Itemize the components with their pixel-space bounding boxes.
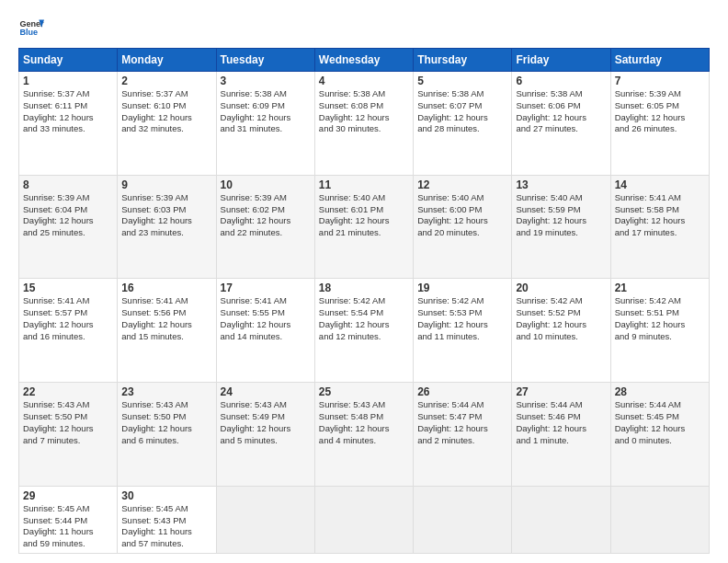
calendar-cell: 19Sunrise: 5:42 AM Sunset: 5:53 PM Dayli… bbox=[414, 279, 512, 383]
logo: General Blue bbox=[18, 15, 44, 40]
day-info: Sunrise: 5:40 AM Sunset: 6:01 PM Dayligh… bbox=[319, 192, 409, 239]
day-info: Sunrise: 5:38 AM Sunset: 6:06 PM Dayligh… bbox=[516, 88, 606, 135]
calendar-cell: 26Sunrise: 5:44 AM Sunset: 5:47 PM Dayli… bbox=[414, 383, 512, 487]
day-number: 29 bbox=[23, 489, 113, 502]
day-info: Sunrise: 5:44 AM Sunset: 5:46 PM Dayligh… bbox=[516, 399, 606, 446]
day-info: Sunrise: 5:42 AM Sunset: 5:54 PM Dayligh… bbox=[319, 295, 409, 342]
day-number: 8 bbox=[23, 178, 113, 191]
day-info: Sunrise: 5:43 AM Sunset: 5:50 PM Dayligh… bbox=[23, 399, 113, 446]
calendar-cell: 4Sunrise: 5:38 AM Sunset: 6:08 PM Daylig… bbox=[314, 72, 413, 176]
day-number: 24 bbox=[221, 385, 311, 398]
day-info: Sunrise: 5:42 AM Sunset: 5:52 PM Dayligh… bbox=[516, 295, 606, 342]
day-info: Sunrise: 5:45 AM Sunset: 5:44 PM Dayligh… bbox=[23, 503, 113, 550]
day-info: Sunrise: 5:39 AM Sunset: 6:04 PM Dayligh… bbox=[23, 192, 113, 239]
day-number: 30 bbox=[121, 489, 211, 502]
day-info: Sunrise: 5:44 AM Sunset: 5:45 PM Dayligh… bbox=[615, 399, 705, 446]
day-number: 26 bbox=[417, 385, 507, 398]
weekday-header: Thursday bbox=[414, 49, 512, 72]
day-number: 10 bbox=[221, 178, 311, 191]
calendar-cell: 16Sunrise: 5:41 AM Sunset: 5:56 PM Dayli… bbox=[118, 279, 216, 383]
calendar-cell: 15Sunrise: 5:41 AM Sunset: 5:57 PM Dayli… bbox=[19, 279, 118, 383]
weekday-header: Friday bbox=[512, 49, 610, 72]
calendar-cell: 20Sunrise: 5:42 AM Sunset: 5:52 PM Dayli… bbox=[512, 279, 610, 383]
day-info: Sunrise: 5:43 AM Sunset: 5:49 PM Dayligh… bbox=[221, 399, 311, 446]
weekday-header: Tuesday bbox=[216, 49, 314, 72]
day-info: Sunrise: 5:41 AM Sunset: 5:55 PM Dayligh… bbox=[221, 295, 311, 342]
calendar-cell: 13Sunrise: 5:40 AM Sunset: 5:59 PM Dayli… bbox=[512, 175, 610, 279]
day-info: Sunrise: 5:44 AM Sunset: 5:47 PM Dayligh… bbox=[417, 399, 507, 446]
calendar-cell: 3Sunrise: 5:38 AM Sunset: 6:09 PM Daylig… bbox=[216, 72, 314, 176]
calendar-cell bbox=[512, 486, 610, 553]
day-info: Sunrise: 5:38 AM Sunset: 6:09 PM Dayligh… bbox=[221, 88, 311, 135]
day-number: 16 bbox=[121, 282, 211, 294]
day-info: Sunrise: 5:38 AM Sunset: 6:08 PM Dayligh… bbox=[319, 88, 409, 135]
calendar-cell bbox=[610, 486, 709, 553]
day-number: 23 bbox=[121, 385, 211, 398]
day-number: 7 bbox=[615, 75, 705, 87]
calendar-cell: 24Sunrise: 5:43 AM Sunset: 5:49 PM Dayli… bbox=[216, 383, 314, 487]
day-info: Sunrise: 5:37 AM Sunset: 6:10 PM Dayligh… bbox=[121, 88, 211, 135]
day-number: 14 bbox=[615, 178, 705, 191]
calendar-cell: 23Sunrise: 5:43 AM Sunset: 5:50 PM Dayli… bbox=[118, 383, 216, 487]
calendar-cell: 30Sunrise: 5:45 AM Sunset: 5:43 PM Dayli… bbox=[118, 486, 216, 553]
day-number: 28 bbox=[615, 385, 705, 398]
weekday-header: Saturday bbox=[610, 49, 709, 72]
weekday-header: Monday bbox=[118, 49, 216, 72]
weekday-header: Sunday bbox=[19, 49, 118, 72]
page: General Blue SundayMondayTuesdayWednesda… bbox=[0, 0, 728, 563]
calendar-cell bbox=[216, 486, 314, 553]
calendar-cell: 7Sunrise: 5:39 AM Sunset: 6:05 PM Daylig… bbox=[610, 72, 709, 176]
calendar-cell: 8Sunrise: 5:39 AM Sunset: 6:04 PM Daylig… bbox=[19, 175, 118, 279]
day-info: Sunrise: 5:45 AM Sunset: 5:43 PM Dayligh… bbox=[121, 503, 211, 550]
calendar-cell: 10Sunrise: 5:39 AM Sunset: 6:02 PM Dayli… bbox=[216, 175, 314, 279]
day-number: 18 bbox=[319, 282, 409, 294]
calendar-cell: 6Sunrise: 5:38 AM Sunset: 6:06 PM Daylig… bbox=[512, 72, 610, 176]
calendar-cell: 12Sunrise: 5:40 AM Sunset: 6:00 PM Dayli… bbox=[414, 175, 512, 279]
calendar-cell: 18Sunrise: 5:42 AM Sunset: 5:54 PM Dayli… bbox=[314, 279, 413, 383]
day-info: Sunrise: 5:39 AM Sunset: 6:02 PM Dayligh… bbox=[221, 192, 311, 239]
calendar-cell: 5Sunrise: 5:38 AM Sunset: 6:07 PM Daylig… bbox=[414, 72, 512, 176]
day-info: Sunrise: 5:42 AM Sunset: 5:51 PM Dayligh… bbox=[615, 295, 705, 342]
calendar-cell: 11Sunrise: 5:40 AM Sunset: 6:01 PM Dayli… bbox=[314, 175, 413, 279]
day-number: 22 bbox=[23, 385, 113, 398]
day-number: 5 bbox=[417, 75, 507, 87]
calendar-cell: 21Sunrise: 5:42 AM Sunset: 5:51 PM Dayli… bbox=[610, 279, 709, 383]
day-number: 9 bbox=[121, 178, 211, 191]
day-info: Sunrise: 5:43 AM Sunset: 5:48 PM Dayligh… bbox=[319, 399, 409, 446]
day-number: 27 bbox=[516, 385, 606, 398]
day-info: Sunrise: 5:42 AM Sunset: 5:53 PM Dayligh… bbox=[417, 295, 507, 342]
day-info: Sunrise: 5:41 AM Sunset: 5:58 PM Dayligh… bbox=[615, 192, 705, 239]
day-number: 1 bbox=[23, 75, 113, 87]
day-info: Sunrise: 5:43 AM Sunset: 5:50 PM Dayligh… bbox=[121, 399, 211, 446]
calendar-cell bbox=[314, 486, 413, 553]
calendar-cell: 28Sunrise: 5:44 AM Sunset: 5:45 PM Dayli… bbox=[610, 383, 709, 487]
day-number: 2 bbox=[121, 75, 211, 87]
logo-icon: General Blue bbox=[18, 15, 44, 40]
day-info: Sunrise: 5:38 AM Sunset: 6:07 PM Dayligh… bbox=[417, 88, 507, 135]
header: General Blue bbox=[18, 15, 710, 40]
day-info: Sunrise: 5:39 AM Sunset: 6:05 PM Dayligh… bbox=[615, 88, 705, 135]
day-number: 13 bbox=[516, 178, 606, 191]
day-number: 15 bbox=[23, 282, 113, 294]
calendar-cell: 29Sunrise: 5:45 AM Sunset: 5:44 PM Dayli… bbox=[19, 486, 118, 553]
day-info: Sunrise: 5:37 AM Sunset: 6:11 PM Dayligh… bbox=[23, 88, 113, 135]
calendar-cell: 14Sunrise: 5:41 AM Sunset: 5:58 PM Dayli… bbox=[610, 175, 709, 279]
calendar-cell: 27Sunrise: 5:44 AM Sunset: 5:46 PM Dayli… bbox=[512, 383, 610, 487]
calendar-cell: 17Sunrise: 5:41 AM Sunset: 5:55 PM Dayli… bbox=[216, 279, 314, 383]
svg-text:Blue: Blue bbox=[19, 28, 38, 37]
day-number: 6 bbox=[516, 75, 606, 87]
day-number: 19 bbox=[417, 282, 507, 294]
day-info: Sunrise: 5:41 AM Sunset: 5:57 PM Dayligh… bbox=[23, 295, 113, 342]
calendar: SundayMondayTuesdayWednesdayThursdayFrid… bbox=[18, 48, 710, 554]
day-info: Sunrise: 5:41 AM Sunset: 5:56 PM Dayligh… bbox=[121, 295, 211, 342]
day-info: Sunrise: 5:40 AM Sunset: 5:59 PM Dayligh… bbox=[516, 192, 606, 239]
calendar-cell bbox=[414, 486, 512, 553]
day-number: 17 bbox=[221, 282, 311, 294]
calendar-cell: 9Sunrise: 5:39 AM Sunset: 6:03 PM Daylig… bbox=[118, 175, 216, 279]
calendar-cell: 22Sunrise: 5:43 AM Sunset: 5:50 PM Dayli… bbox=[19, 383, 118, 487]
calendar-cell: 2Sunrise: 5:37 AM Sunset: 6:10 PM Daylig… bbox=[118, 72, 216, 176]
day-info: Sunrise: 5:40 AM Sunset: 6:00 PM Dayligh… bbox=[417, 192, 507, 239]
day-info: Sunrise: 5:39 AM Sunset: 6:03 PM Dayligh… bbox=[121, 192, 211, 239]
weekday-header: Wednesday bbox=[314, 49, 413, 72]
day-number: 25 bbox=[319, 385, 409, 398]
